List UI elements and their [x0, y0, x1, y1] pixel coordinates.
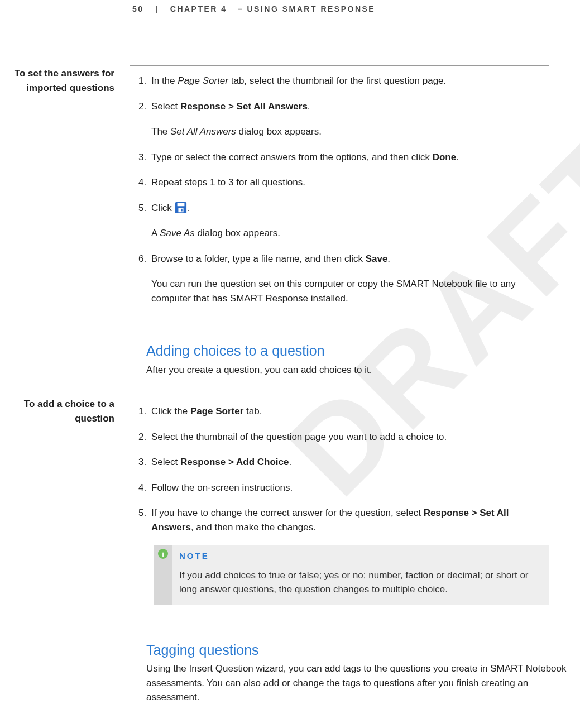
note-box: i NOTE If you add choices to true or fal… — [154, 545, 549, 605]
step: Browse to a folder, type a file name, an… — [149, 252, 549, 306]
save-icon — [175, 202, 187, 214]
heading-tagging-sub: Using the Insert Question wizard, you ca… — [146, 662, 569, 705]
note-label: NOTE — [179, 550, 541, 563]
step: Click . A Save As dialog box appears. — [149, 201, 549, 241]
svg-rect-2 — [178, 208, 183, 212]
heading-adding-choices: Adding choices to a question — [146, 341, 569, 362]
page-header: 50 | CHAPTER 4 – USING SMART RESPONSE — [0, 0, 580, 15]
heading-tagging: Tagging questions — [146, 640, 569, 661]
side-heading-set-answers: To set the answers for imported question… — [0, 65, 130, 341]
step: Follow the on-screen instructions. — [149, 481, 549, 495]
steps-add-choice: Click the Page Sorter tab. Select the th… — [130, 404, 549, 605]
steps-set-answers: In the Page Sorter tab, select the thumb… — [130, 74, 549, 305]
heading-adding-choices-sub: After you create a question, you can add… — [146, 363, 569, 377]
step: Click the Page Sorter tab. — [149, 404, 549, 419]
divider — [130, 65, 549, 66]
page-number: 50 — [132, 4, 144, 13]
step: If you have to change the correct answer… — [149, 506, 549, 605]
step: Select Response > Add Choice. — [149, 455, 549, 470]
info-icon: i — [158, 549, 168, 559]
step: In the Page Sorter tab, select the thumb… — [149, 74, 549, 88]
note-body: If you add choices to true or false; yes… — [179, 568, 541, 597]
divider — [130, 318, 549, 318]
svg-rect-3 — [181, 208, 182, 211]
divider — [130, 396, 549, 396]
step: Select the thumbnail of the question pag… — [149, 430, 549, 444]
step: Repeat steps 1 to 3 for all questions. — [149, 175, 549, 190]
step: Select Response > Set All Answers. The S… — [149, 99, 549, 139]
step: Type or select the correct answers from … — [149, 150, 549, 165]
svg-rect-1 — [177, 203, 184, 206]
divider — [130, 617, 549, 617]
chapter-label: CHAPTER 4 — [170, 4, 227, 13]
side-heading-add-choice: To add a choice to a question — [0, 396, 130, 640]
chapter-title: – USING SMART RESPONSE — [238, 4, 375, 13]
